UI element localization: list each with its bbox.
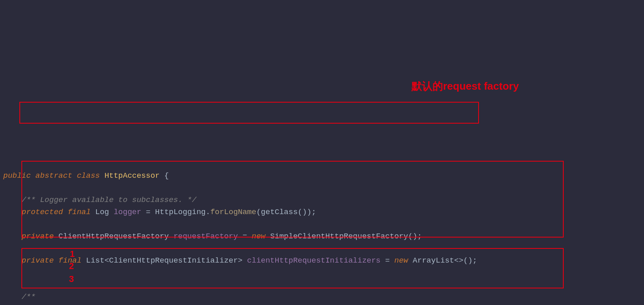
op-assign: = [381,256,394,265]
highlight-box-3 [21,248,564,288]
type-list: List [86,256,105,265]
annotation-num-1: 1 [70,248,75,260]
keyword-abstract: abstract [36,171,72,180]
field-initializers: clientHttpRequestInitializers [247,256,381,265]
annotation-num-2: 2 [69,260,74,272]
method-getclass: getClass [261,208,298,217]
keyword-new: new [252,232,266,241]
annotation-default-factory: 默认的request factory [412,80,519,92]
ctor-simplefactory: SimpleClientHttpRequestFactory [270,232,408,241]
field-requestfactory: requestFactory [174,232,238,241]
keyword-private: private [22,256,54,265]
keyword-final: final [68,208,91,217]
diamond-end: <>(); [454,256,477,265]
class-name: HttpAccessor [105,171,160,180]
dot: . [206,208,210,217]
field-logger: logger [114,208,141,217]
type-log: Log [95,208,109,217]
keyword-private: private [22,232,54,241]
lt: < [105,256,109,265]
comment-logger: /** Logger available to subclasses. */ [22,196,197,204]
ctor-arraylist: ArrayList [413,256,454,265]
type-factory: ClientHttpRequestFactory [59,232,169,241]
highlight-box-1 [19,102,479,124]
generic-type: ClientHttpRequestInitializer [109,256,238,265]
op-assign: = [238,232,252,241]
code-editor: 默认的request factory 1 2 3 public abstract… [0,48,644,305]
keyword-new: new [394,256,408,265]
method-forlogname: forLogName [210,208,256,217]
keyword-public: public [3,171,31,180]
paren: ( [256,208,261,217]
annotation-num-3: 3 [69,273,74,285]
keyword-class: class [77,171,100,180]
paren-end: ()); [298,208,316,217]
paren-end: (); [408,232,422,241]
class-httplogging: HttpLogging [155,208,205,217]
keyword-protected: protected [22,208,63,217]
gt: > [238,256,243,265]
javadoc-start: /** [22,292,36,301]
brace-open: { [160,171,169,180]
op-assign: = [141,208,155,217]
